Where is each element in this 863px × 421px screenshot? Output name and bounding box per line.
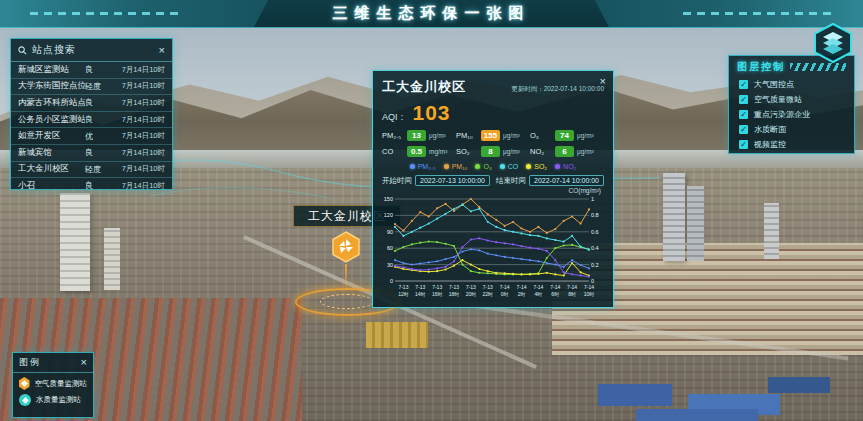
series-legend-item[interactable]: CO [500, 163, 519, 170]
station-name: 小召 [18, 180, 85, 192]
update-time-value: 2022-07-14 10:00:00 [544, 85, 604, 92]
svg-text:16时: 16时 [432, 291, 443, 297]
layer-label: 空气质量微站 [754, 94, 802, 105]
station-update-time: 7月14日10时 [111, 181, 165, 191]
update-time-label: 更新时间： [511, 85, 544, 92]
map-legend-panel: 图例 × 空气质量监测站水质量监测站 [12, 352, 94, 418]
svg-text:4时: 4时 [535, 291, 543, 297]
svg-text:14时: 14时 [415, 291, 426, 297]
series-legend-item[interactable]: PM₁₀ [444, 163, 468, 170]
gray-highrise-building [663, 173, 685, 261]
station-row[interactable]: 公务员小区监测站良7月14日10时 [11, 112, 172, 129]
pollutant-unit: μg/m³ [429, 132, 446, 139]
pollutant-value-badge: 8 [481, 146, 500, 157]
legend-item: 空气质量监测站 [13, 373, 93, 390]
layer-toggle-item[interactable]: ✓水质断面 [729, 122, 854, 137]
station-aqi-level: 轻度 [85, 81, 111, 92]
checkbox-checked-icon[interactable]: ✓ [739, 110, 748, 119]
checkbox-checked-icon[interactable]: ✓ [739, 125, 748, 134]
legend-header: 图例 × [13, 353, 93, 373]
layer-toggle-item[interactable]: ✓空气质量微站 [729, 92, 854, 107]
series-legend-item[interactable]: O₃ [475, 163, 491, 170]
pollutant-reading: SO₂8μg/m³ [456, 146, 530, 157]
series-legend-item[interactable]: NO₂ [555, 163, 576, 170]
station-row[interactable]: 新城区监测站良7月14日10时 [11, 62, 172, 79]
series-color-dot [444, 164, 449, 169]
station-list: 新城区监测站良7月14日10时大学东街国控点位轻度7月14日10时内蒙古环科所站… [11, 62, 172, 194]
series-legend-label: SO₂ [534, 163, 547, 170]
series-legend-label: CO [508, 163, 519, 170]
gray-highrise-building [687, 186, 704, 261]
station-row[interactable]: 新城宾馆良7月14日10时 [11, 145, 172, 162]
pollutant-value-badge: 13 [407, 130, 426, 141]
marker-halo-ring-inner [320, 294, 374, 309]
pollutant-value-badge: 155 [481, 130, 500, 141]
aqi-readout: AQI： 103 [373, 100, 613, 128]
svg-text:0.8: 0.8 [591, 212, 599, 218]
station-update-time: 7月14日10时 [111, 164, 165, 174]
time-range-row: 开始时间 2022-07-13 10:00:00 结束时间 2022-07-14… [373, 173, 613, 187]
station-update-time: 7月14日10时 [111, 98, 165, 108]
station-row[interactable]: 内蒙古环科所站点良7月14日10时 [11, 95, 172, 112]
svg-text:6时: 6时 [551, 291, 559, 297]
station-name: 新城宾馆 [18, 147, 85, 159]
station-row[interactable]: 工大金川校区轻度7月14日10时 [11, 162, 172, 179]
station-row[interactable]: 如意开发区优7月14日10时 [11, 128, 172, 145]
layer-toggle-item[interactable]: ✓重点污染源企业 [729, 107, 854, 122]
station-name: 工大金川校区 [18, 163, 85, 175]
right-axis-unit-label: CO(mg/m³) [373, 187, 613, 194]
station-row[interactable]: 小召良7月14日10时 [11, 178, 172, 194]
checkbox-checked-icon[interactable]: ✓ [739, 95, 748, 104]
series-color-dot [410, 164, 415, 169]
start-time-group: 开始时间 2022-07-13 10:00:00 [382, 175, 490, 186]
white-tower-building [60, 193, 90, 291]
checkbox-checked-icon[interactable]: ✓ [739, 140, 748, 149]
station-pin-icon[interactable] [331, 231, 361, 265]
aqi-label: AQI： [382, 111, 407, 124]
svg-text:7-14: 7-14 [500, 284, 510, 290]
header-hatch-decor [790, 63, 846, 71]
detail-station-name: 工大金川校区 [382, 78, 466, 96]
layer-toggle-item[interactable]: ✓大气国控点 [729, 77, 854, 92]
blue-roof-warehouse [636, 409, 758, 421]
series-legend-label: O₃ [483, 163, 491, 170]
station-update-time: 7月14日10时 [111, 65, 165, 75]
legend-title: 图例 [19, 356, 81, 369]
svg-text:7-14: 7-14 [550, 284, 560, 290]
layers-hexagon-button[interactable] [812, 22, 854, 64]
yellow-building [366, 322, 428, 348]
end-time-input[interactable]: 2022-07-14 10:00:00 [529, 175, 604, 186]
layer-control-panel: 图层控制 ✓大气国控点✓空气质量微站✓重点污染源企业✓水质断面✓视频监控 [728, 55, 855, 154]
pollutant-name: NO₂ [530, 147, 552, 156]
series-legend-item[interactable]: PM₂.₅ [410, 163, 436, 170]
legend-item: 水质量监测站 [13, 390, 93, 406]
station-list-panel: 站点搜索 × 新城区监测站良7月14日10时大学东街国控点位轻度7月14日10时… [10, 38, 173, 190]
station-name: 内蒙古环科所站点 [18, 97, 85, 109]
legend-list: 空气质量监测站水质量监测站 [13, 373, 93, 406]
legend-item-label: 水质量监测站 [36, 395, 81, 405]
svg-text:7-14: 7-14 [517, 284, 527, 290]
layer-toggle-item[interactable]: ✓视频监控 [729, 137, 854, 152]
pollutant-reading: O₃74μg/m³ [530, 130, 604, 141]
layer-label: 视频监控 [754, 139, 786, 150]
svg-text:8时: 8时 [568, 291, 576, 297]
svg-text:0: 0 [390, 278, 393, 284]
pollutant-value-badge: 74 [555, 130, 574, 141]
station-row[interactable]: 大学东街国控点位轻度7月14日10时 [11, 79, 172, 96]
station-panel-header: 站点搜索 × [11, 39, 172, 62]
pollutant-reading: PM₁₀155μg/m³ [456, 130, 530, 141]
station-aqi-level: 轻度 [85, 164, 111, 175]
pollutant-unit: mg/m³ [429, 148, 447, 155]
end-time-group: 结束时间 2022-07-14 10:00:00 [496, 175, 604, 186]
close-icon[interactable]: × [81, 357, 87, 368]
series-legend-item[interactable]: SO₂ [526, 163, 547, 170]
start-time-input[interactable]: 2022-07-13 10:00:00 [415, 175, 490, 186]
station-aqi-level: 良 [85, 64, 111, 75]
svg-text:10时: 10时 [584, 291, 595, 297]
layer-label: 大气国控点 [754, 79, 794, 90]
close-icon[interactable]: × [600, 76, 606, 87]
title-bar: 三维生态环保一张图 [0, 0, 863, 28]
close-icon[interactable]: × [159, 45, 165, 56]
checkbox-checked-icon[interactable]: ✓ [739, 80, 748, 89]
series-color-dot [475, 164, 480, 169]
